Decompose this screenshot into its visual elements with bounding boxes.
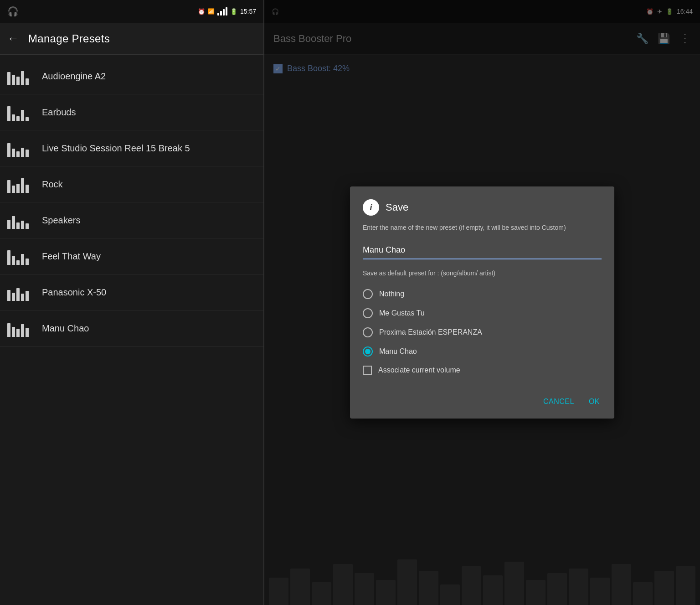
preset-name-label: Audioengine A2	[42, 71, 106, 82]
radio-option[interactable]: Manu Chao	[363, 342, 602, 361]
preset-name-label: Speakers	[42, 215, 81, 226]
radio-outer	[363, 327, 373, 337]
preset-item[interactable]: Live Studio Session Reel 15 Break 5	[0, 130, 263, 166]
eq-icon	[7, 320, 33, 337]
eq-icon	[7, 248, 33, 265]
battery-icon: 🔋	[230, 8, 237, 15]
left-time: 15:57	[240, 8, 256, 15]
left-status-left: 🎧	[7, 6, 19, 17]
left-status-right: ⏰ 📶 🔋 15:57	[198, 7, 256, 16]
preset-name-label: Panasonic X-50	[42, 287, 106, 298]
eq-icon	[7, 103, 33, 121]
eq-icon	[7, 67, 33, 85]
preset-name-label: Live Studio Session Reel 15 Break 5	[42, 143, 190, 154]
signal-bars	[217, 7, 227, 16]
back-button[interactable]: ←	[7, 31, 19, 46]
radio-options: NothingMe Gustas TuProxima Estación ESPE…	[363, 284, 602, 361]
info-icon: i	[363, 199, 379, 216]
alarm-icon: ⏰	[198, 8, 205, 15]
preset-item[interactable]: Panasonic X-50	[0, 274, 263, 310]
save-as-label: Save as default preset for : (song/album…	[363, 269, 602, 278]
radio-label: Me Gustas Tu	[379, 309, 425, 317]
headphone-icon: 🎧	[7, 6, 19, 17]
left-status-bar: 🎧 ⏰ 📶 🔋 15:57	[0, 0, 263, 23]
eq-icon	[7, 140, 33, 157]
preset-item[interactable]: Earbuds	[0, 94, 263, 130]
preset-name-label: Manu Chao	[42, 323, 89, 334]
eq-icon	[7, 176, 33, 193]
checkbox-box	[363, 366, 372, 375]
radio-inner	[365, 349, 371, 354]
checkbox-options: Associate current volume	[363, 361, 602, 379]
sim-icon: 📶	[208, 8, 215, 15]
checkbox-label: Associate current volume	[378, 366, 460, 374]
radio-outer	[363, 346, 373, 357]
dialog-actions: CANCEL OK	[363, 390, 602, 409]
preset-name-label: Earbuds	[42, 107, 76, 118]
dialog-overlay: i Save Enter the name of the new preset …	[264, 0, 700, 605]
save-dialog: i Save Enter the name of the new preset …	[350, 186, 614, 419]
preset-item[interactable]: Audioengine A2	[0, 58, 263, 94]
preset-item[interactable]: Feel That Way	[0, 238, 263, 274]
checkbox-option[interactable]: Associate current volume	[363, 361, 602, 379]
radio-label: Nothing	[379, 290, 404, 298]
left-panel: 🎧 ⏰ 📶 🔋 15:57 ← Manage Presets Audioengi…	[0, 0, 264, 605]
radio-option[interactable]: Proxima Estación ESPERANZA	[363, 323, 602, 342]
eq-icon	[7, 284, 33, 301]
radio-option[interactable]: Me Gustas Tu	[363, 304, 602, 323]
cancel-button[interactable]: CANCEL	[541, 394, 576, 409]
radio-label: Manu Chao	[379, 347, 417, 356]
dialog-subtitle: Enter the name of the new preset (if emp…	[363, 223, 602, 233]
left-toolbar: ← Manage Presets	[0, 23, 263, 55]
preset-item[interactable]: Rock	[0, 166, 263, 202]
preset-list: Audioengine A2EarbudsLive Studio Session…	[0, 55, 263, 605]
dialog-title: Save	[386, 202, 408, 213]
eq-icon	[7, 212, 33, 229]
radio-option[interactable]: Nothing	[363, 284, 602, 304]
radio-outer	[363, 308, 373, 318]
dialog-header: i Save	[363, 199, 602, 216]
preset-name-input[interactable]	[363, 242, 602, 259]
preset-item[interactable]: Speakers	[0, 202, 263, 238]
preset-name-label: Feel That Way	[42, 251, 101, 262]
preset-item[interactable]: Manu Chao	[0, 310, 263, 346]
preset-name-label: Rock	[42, 179, 63, 190]
page-title: Manage Presets	[28, 32, 110, 45]
ok-button[interactable]: OK	[587, 394, 602, 409]
radio-label: Proxima Estación ESPERANZA	[379, 328, 482, 336]
radio-outer	[363, 289, 373, 299]
right-panel: 🎧 ⏰ ✈ 🔋 16:44 Bass Booster Pro 🔧 💾 ⋮ ✓ B…	[264, 0, 700, 605]
